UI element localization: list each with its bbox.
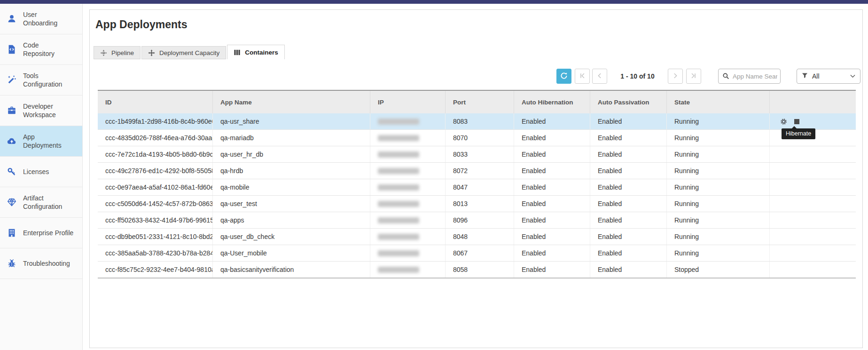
first-page-button[interactable]	[575, 69, 590, 84]
table-row[interactable]: ccc-385aa5ab-3788-4230-b78a-b2841c… qa-U…	[98, 245, 856, 262]
cell-app-name: qa-User_mobile	[213, 245, 370, 261]
sidebar-item-label: UserOnboarding	[23, 10, 57, 27]
cell-app-name: qa-user_hr_db	[213, 146, 370, 162]
table-toolbar: 1 - 10 of 10 All	[556, 69, 860, 84]
redacted-ip-value	[378, 151, 419, 158]
table-row[interactable]: ccc-4835d026-788f-46ea-a76d-30aac3… qa-m…	[98, 130, 856, 146]
sidebar-item-app-deployments[interactable]: AppDeployments	[0, 126, 82, 157]
refresh-icon	[560, 72, 568, 81]
top-navigation-bar	[0, 0, 868, 4]
cell-id: ccc-49c27876-ed1c-4292-b0f8-550588…	[98, 163, 213, 179]
cell-id: ccc-db9be051-2331-4121-8c10-8bd277…	[98, 229, 213, 245]
column-header-ip[interactable]: IP	[370, 91, 446, 113]
settings-gear-icon[interactable]	[780, 118, 787, 125]
cell-auto-hibernation: Enabled	[514, 196, 590, 212]
previous-page-button[interactable]	[592, 69, 607, 84]
cell-ip	[370, 196, 446, 212]
sidebar-item-artifact-configuration[interactable]: ArtifactConfiguration	[0, 187, 82, 218]
table-row[interactable]: ccc-c5050d64-1452-4c57-872b-086322… qa-u…	[98, 196, 856, 212]
tab-deployment-capacity[interactable]: Deployment Capacity	[141, 46, 226, 59]
cell-ip	[370, 229, 446, 245]
cell-auto-passivation: Enabled	[590, 229, 667, 245]
table-row[interactable]: ccc-ff502633-8432-41d4-97b6-996156… qa-a…	[98, 212, 856, 229]
diamond-icon	[6, 197, 17, 208]
sidebar-item-code-repository[interactable]: CodeRepository	[0, 34, 82, 65]
cell-app-name: qa-basicsanityverification	[213, 262, 370, 278]
cell-actions	[770, 146, 856, 162]
cell-port: 8048	[446, 229, 514, 245]
code-repository-icon	[6, 44, 17, 55]
cell-actions	[770, 229, 856, 245]
cell-state: Running	[667, 179, 770, 195]
cell-auto-hibernation: Enabled	[514, 146, 590, 162]
table-row[interactable]: ccc-49c27876-ed1c-4292-b0f8-550588… qa-h…	[98, 163, 856, 179]
tab-pipeline[interactable]: Pipeline	[94, 46, 141, 59]
cell-auto-hibernation: Enabled	[514, 113, 590, 129]
redacted-ip-value	[378, 168, 419, 174]
next-page-button[interactable]	[668, 69, 683, 84]
cell-id: ccc-ff502633-8432-41d4-97b6-996156…	[98, 212, 213, 228]
columns-icon	[234, 49, 241, 56]
column-header-id[interactable]: ID	[98, 91, 213, 113]
cell-port: 8083	[446, 113, 514, 129]
sidebar-item-tools-configuration[interactable]: ToolsConfiguration	[0, 65, 82, 95]
cell-ip	[370, 113, 446, 129]
last-page-button[interactable]	[686, 69, 701, 84]
table-row[interactable]: ccc-1b499fa1-2d98-416b-8c4b-960e68… qa-u…	[98, 113, 856, 130]
tab-bar: Pipeline Deployment Capacity Containers	[94, 45, 286, 59]
cell-state: Running	[667, 245, 770, 261]
cloud-upload-icon	[6, 135, 17, 147]
hibernate-stop-icon[interactable]	[794, 119, 799, 124]
cell-auto-passivation: Enabled	[590, 196, 667, 212]
key-icon	[6, 166, 17, 177]
cell-port: 8072	[446, 163, 514, 179]
cell-id: ccc-c5050d64-1452-4c57-872b-086322…	[98, 196, 213, 212]
cell-app-name: qa-hrdb	[213, 163, 370, 179]
redacted-ip-value	[378, 234, 419, 240]
cell-id: ccc-f85c75c2-9232-4ee7-b404-9810a8…	[98, 262, 213, 278]
column-header-auto-passivation[interactable]: Auto Passivation	[590, 91, 667, 113]
cell-id: ccc-7e72c1da-4193-4b05-b8d0-6b9c54…	[98, 146, 213, 162]
pagination-range: 1 - 10 of 10	[607, 72, 668, 80]
magic-wand-icon	[6, 74, 17, 86]
sidebar-item-label: Enterprise Profile	[23, 229, 73, 237]
cell-id: ccc-385aa5ab-3788-4230-b78a-b2841c…	[98, 245, 213, 261]
table-row[interactable]: ccc-0e97aea4-a5af-4102-86a1-fd60e16… qa-…	[98, 179, 856, 196]
cell-state: Stopped	[667, 262, 770, 278]
table-row[interactable]: ccc-f85c75c2-9232-4ee7-b404-9810a8… qa-b…	[98, 262, 856, 278]
cell-auto-passivation: Enabled	[590, 130, 667, 146]
tab-label: Deployment Capacity	[159, 49, 219, 56]
cell-auto-passivation: Enabled	[590, 262, 667, 278]
column-header-port[interactable]: Port	[446, 91, 514, 113]
briefcase-icon	[6, 105, 17, 116]
sidebar-item-enterprise-profile[interactable]: Enterprise Profile	[0, 218, 82, 248]
sidebar-item-label: ToolsConfiguration	[23, 72, 62, 88]
filter-dropdown[interactable]: All	[797, 69, 860, 84]
sidebar-item-licenses[interactable]: Licenses	[0, 157, 82, 187]
cell-state: Running	[667, 163, 770, 179]
tab-containers[interactable]: Containers	[227, 45, 285, 59]
column-header-auto-hibernation[interactable]: Auto Hibernation	[514, 91, 590, 113]
cell-app-name: qa-user_db_check	[213, 229, 370, 245]
sidebar-item-developer-workspace[interactable]: DeveloperWorkspace	[0, 95, 82, 126]
cell-port: 8070	[446, 130, 514, 146]
sidebar-item-user-onboarding[interactable]: UserOnboarding	[0, 4, 82, 34]
sidebar: UserOnboarding CodeRepository ToolsConfi…	[0, 4, 83, 350]
cell-auto-passivation: Enabled	[590, 212, 667, 228]
cell-state: Running	[667, 229, 770, 245]
table-row[interactable]: ccc-db9be051-2331-4121-8c10-8bd277… qa-u…	[98, 229, 856, 245]
cell-auto-hibernation: Enabled	[514, 262, 590, 278]
column-header-state[interactable]: State	[667, 91, 770, 113]
refresh-button[interactable]	[556, 69, 571, 84]
column-header-app-name[interactable]: App Name	[213, 91, 370, 113]
cell-actions	[770, 163, 856, 179]
filter-value: All	[812, 72, 820, 80]
sidebar-item-troubleshooting[interactable]: Troubleshooting	[0, 248, 82, 279]
table-row[interactable]: ccc-7e72c1da-4193-4b05-b8d0-6b9c54… qa-u…	[98, 146, 856, 163]
cell-actions	[770, 196, 856, 212]
search-icon	[722, 72, 729, 81]
chevron-right-icon	[672, 72, 679, 80]
redacted-ip-value	[378, 135, 419, 141]
cell-app-name: qa-mobile	[213, 179, 370, 195]
table-body: ccc-1b499fa1-2d98-416b-8c4b-960e68… qa-u…	[98, 113, 856, 278]
